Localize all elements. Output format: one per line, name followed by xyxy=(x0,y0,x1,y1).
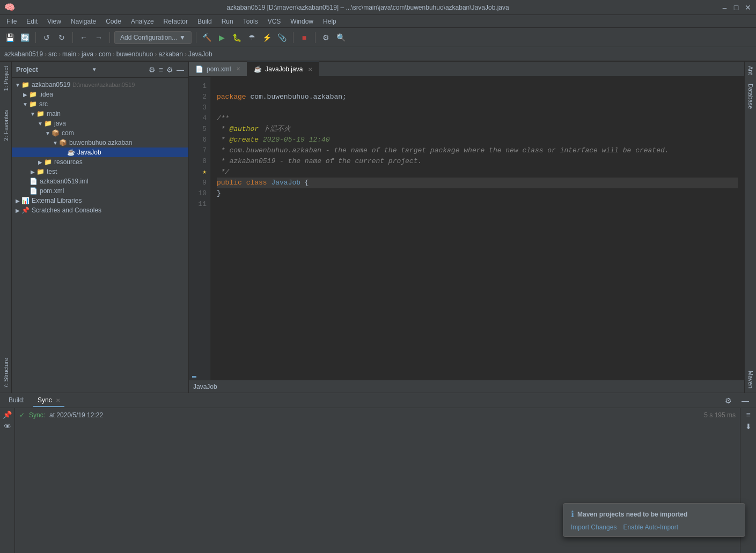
editor-area: 1 2 3 4 5 6 7 8 ★ 9 10 11 package c xyxy=(189,77,744,380)
tree-item-resources[interactable]: ▶ 📁 resources xyxy=(12,157,188,167)
menu-window[interactable]: Window xyxy=(286,17,318,26)
stop-button[interactable]: ■ xyxy=(298,31,311,44)
menu-navigate[interactable]: Navigate xyxy=(67,17,100,26)
navigate-back-button[interactable]: ← xyxy=(77,31,90,44)
menu-tools[interactable]: Tools xyxy=(239,17,262,26)
bottom-tab-sync-close[interactable]: ✕ xyxy=(56,397,60,403)
title-bar-left: 🧠 xyxy=(4,2,15,12)
pin-button[interactable]: 📌 xyxy=(3,410,12,419)
breadcrumb-java[interactable]: java xyxy=(82,50,93,58)
redo-button[interactable]: ↻ xyxy=(55,31,68,44)
bottom-hide-button[interactable]: — xyxy=(739,394,752,407)
sidebar-item-favorites[interactable]: 2: Favorites xyxy=(2,106,10,145)
sidebar-item-ant[interactable]: Ant xyxy=(746,62,755,79)
breadcrumb-main[interactable]: main xyxy=(62,50,76,58)
collapse-all-button[interactable]: ≡ xyxy=(159,65,163,74)
tab-javajob[interactable]: ☕ JavaJob.java ✕ xyxy=(247,62,319,76)
menu-run[interactable]: Run xyxy=(217,17,238,26)
tab-javajob-close[interactable]: ✕ xyxy=(308,67,312,72)
build-project-button[interactable]: 🔨 xyxy=(201,31,214,44)
tree-item-buwenbuhuo[interactable]: ▼ 📦 buwenbuhuo.azkaban xyxy=(12,138,188,148)
bottom-right-icon-1[interactable]: ≡ xyxy=(746,410,750,419)
breadcrumb-src[interactable]: src xyxy=(48,50,57,58)
import-changes-link[interactable]: Import Changes xyxy=(571,523,616,531)
right-side-tabs: Ant Database Maven xyxy=(744,62,756,393)
breadcrumb: azkaban0519 › src › main › java › com › … xyxy=(0,47,756,61)
bottom-tab-build[interactable]: Build: xyxy=(4,394,29,407)
menu-build[interactable]: Build xyxy=(193,17,216,26)
sidebar-item-maven[interactable]: Maven xyxy=(746,366,755,393)
breadcrumb-azkaban[interactable]: azkaban xyxy=(159,50,183,58)
tree-item-com[interactable]: ▼ 📦 com xyxy=(12,128,188,138)
debug-button[interactable]: 🐛 xyxy=(231,31,244,44)
menu-help[interactable]: Help xyxy=(319,17,341,26)
enable-auto-import-link[interactable]: Enable Auto-Import xyxy=(623,523,678,531)
line-numbers: 1 2 3 4 5 6 7 8 ★ 9 10 11 xyxy=(189,77,210,380)
notification-title: Maven projects need to be imported xyxy=(577,511,687,518)
tree-item-iml[interactable]: ▶ 📄 azkaban0519.iml xyxy=(12,176,188,186)
tab-pom-xml[interactable]: 📄 pom.xml ✕ xyxy=(189,62,247,76)
run-button[interactable]: ▶ xyxy=(216,31,229,44)
breadcrumb-buwenbuhuo[interactable]: buwenbuhuo xyxy=(116,50,153,58)
menu-edit[interactable]: Edit xyxy=(22,17,42,26)
sync-files-button[interactable]: ⚙ xyxy=(149,65,156,74)
profile-button[interactable]: ⚡ xyxy=(261,31,274,44)
sidebar-title: Project xyxy=(16,66,38,73)
tree-item-main[interactable]: ▼ 📁 main xyxy=(12,109,188,119)
toolbar-sep-5 xyxy=(293,32,293,43)
tree-item-ext-libs[interactable]: ▶ 📊 External Libraries xyxy=(12,196,188,205)
coverage-button[interactable]: ☂ xyxy=(246,31,259,44)
undo-button[interactable]: ↺ xyxy=(40,31,53,44)
breadcrumb-project[interactable]: azkaban0519 xyxy=(4,50,43,58)
navigate-forward-button[interactable]: → xyxy=(92,31,105,44)
attach-debugger-button[interactable]: 📎 xyxy=(276,31,289,44)
sidebar-header: Project ▼ ⚙ ≡ ⚙ — xyxy=(12,62,188,78)
notification-links: Import Changes Enable Auto-Import xyxy=(571,523,737,531)
maximize-button[interactable]: □ xyxy=(732,4,740,11)
bottom-settings-button[interactable]: ⚙ xyxy=(722,394,735,407)
code-editor[interactable]: package com.buwenbuhuo.azkaban; /** * @a… xyxy=(210,77,744,380)
tab-pom-close[interactable]: ✕ xyxy=(236,66,240,72)
menu-refactor[interactable]: Refactor xyxy=(159,17,192,26)
tree-item-scratches[interactable]: ▶ 📌 Scratches and Consoles xyxy=(12,205,188,215)
hide-panel-button[interactable]: — xyxy=(177,65,184,74)
menu-analyze[interactable]: Analyze xyxy=(127,17,158,26)
editor-content[interactable]: 1 2 3 4 5 6 7 8 ★ 9 10 11 package c xyxy=(189,77,744,380)
search-everywhere-button[interactable]: 🔍 xyxy=(335,31,348,44)
toolbar: 💾 🔄 ↺ ↻ ← → Add Configuration... ▼ 🔨 ▶ 🐛… xyxy=(0,28,756,47)
sidebar-item-structure[interactable]: 7: Structure xyxy=(2,353,10,393)
tree-item-idea[interactable]: ▶ 📁 .idea xyxy=(12,90,188,99)
settings-gear-button[interactable]: ⚙ xyxy=(166,65,173,74)
synchronize-button[interactable]: 🔄 xyxy=(18,31,31,44)
minimize-button[interactable]: ‒ xyxy=(721,4,728,11)
breadcrumb-com[interactable]: com xyxy=(99,50,111,58)
tree-item-javajob[interactable]: ▶ ☕ JavaJob xyxy=(12,148,188,157)
breadcrumb-javajob[interactable]: JavaJob xyxy=(188,50,212,58)
filter-button[interactable]: 👁 xyxy=(4,422,11,431)
menu-code[interactable]: Code xyxy=(101,17,126,26)
bottom-left-icons: 📌 👁 xyxy=(0,408,15,553)
sync-label: Sync: xyxy=(29,411,45,419)
tree-item-root[interactable]: ▼ 📁 azkaban0519 D:\maven\azkaban0519 xyxy=(12,80,188,90)
tree-item-src[interactable]: ▼ 📁 src xyxy=(12,99,188,109)
close-button[interactable]: ✕ xyxy=(744,4,752,11)
toolbar-sep-4 xyxy=(196,32,196,43)
menu-view[interactable]: View xyxy=(43,17,65,26)
save-all-button[interactable]: 💾 xyxy=(3,31,16,44)
tree-item-java[interactable]: ▼ 📁 java xyxy=(12,119,188,128)
sidebar-item-database[interactable]: Database xyxy=(746,79,755,113)
sidebar-item-project[interactable]: 1: Project xyxy=(2,62,10,95)
app-icon: 🧠 xyxy=(4,2,15,12)
main-layout: 1: Project 2: Favorites 7: Structure Pro… xyxy=(0,62,756,553)
menu-vcs[interactable]: VCS xyxy=(263,17,285,26)
tree-item-pom[interactable]: ▶ 📄 pom.xml xyxy=(12,186,188,196)
menu-file[interactable]: File xyxy=(2,17,21,26)
bottom-tab-sync[interactable]: Sync ✕ xyxy=(33,394,64,407)
tree-item-test[interactable]: ▶ 📁 test xyxy=(12,167,188,176)
sync-ok-icon: ✓ xyxy=(19,411,25,419)
settings-button[interactable]: ⚙ xyxy=(320,31,333,44)
sync-duration: 5 s 195 ms xyxy=(704,411,736,419)
sidebar-header-icons: ⚙ ≡ ⚙ — xyxy=(149,65,184,74)
run-configuration-button[interactable]: Add Configuration... ▼ xyxy=(114,31,192,44)
bottom-right-icon-2[interactable]: ⬇ xyxy=(745,422,752,431)
